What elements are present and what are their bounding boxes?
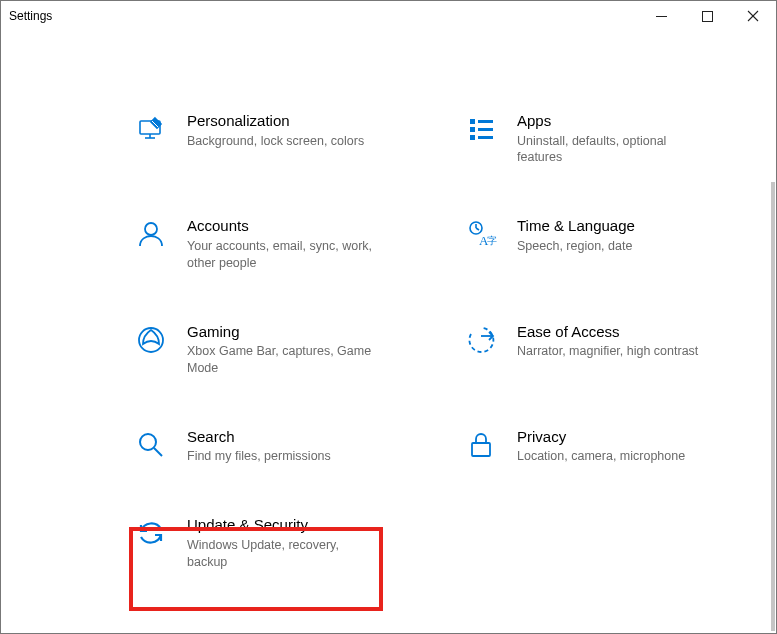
accounts-icon <box>135 218 167 250</box>
category-desc: Find my files, permissions <box>187 448 331 465</box>
settings-categories-grid: Personalization Background, lock screen,… <box>135 31 775 570</box>
category-title: Personalization <box>187 111 364 131</box>
svg-rect-23 <box>472 443 490 456</box>
category-title: Ease of Access <box>517 322 698 342</box>
maximize-button[interactable] <box>684 1 730 31</box>
minimize-button[interactable] <box>638 1 684 31</box>
ease-of-access-icon <box>465 324 497 356</box>
svg-rect-10 <box>470 127 475 132</box>
gaming-icon <box>135 324 167 356</box>
search-icon <box>135 429 167 461</box>
category-search[interactable]: Search Find my files, permissions <box>135 427 395 465</box>
category-title: Time & Language <box>517 216 635 236</box>
window-title: Settings <box>9 9 52 23</box>
category-update-security[interactable]: Update & Security Windows Update, recove… <box>135 515 395 570</box>
scrollbar[interactable] <box>771 182 775 631</box>
category-title: Update & Security <box>187 515 377 535</box>
settings-window: Settings <box>0 0 777 634</box>
category-title: Search <box>187 427 331 447</box>
category-desc: Background, lock screen, colors <box>187 133 364 150</box>
category-title: Apps <box>517 111 707 131</box>
category-personalization[interactable]: Personalization Background, lock screen,… <box>135 111 395 166</box>
apps-icon <box>465 113 497 145</box>
category-text: Apps Uninstall, defaults, optional featu… <box>517 111 707 166</box>
category-desc: Narrator, magnifier, high contrast <box>517 343 698 360</box>
category-desc: Xbox Game Bar, captures, Game Mode <box>187 343 377 377</box>
category-gaming[interactable]: Gaming Xbox Game Bar, captures, Game Mod… <box>135 322 395 377</box>
svg-point-14 <box>145 223 157 235</box>
titlebar: Settings <box>1 1 776 31</box>
category-ease-of-access[interactable]: Ease of Access Narrator, magnifier, high… <box>465 322 725 377</box>
svg-line-22 <box>154 448 162 456</box>
category-apps[interactable]: Apps Uninstall, defaults, optional featu… <box>465 111 725 166</box>
category-desc: Your accounts, email, sync, work, other … <box>187 238 377 272</box>
svg-rect-11 <box>478 128 493 131</box>
category-text: Time & Language Speech, region, date <box>517 216 635 254</box>
svg-text:字: 字 <box>487 235 497 246</box>
svg-rect-8 <box>470 119 475 124</box>
category-privacy[interactable]: Privacy Location, camera, microphone <box>465 427 725 465</box>
update-security-icon <box>135 517 167 549</box>
privacy-icon <box>465 429 497 461</box>
time-language-icon: A 字 <box>465 218 497 250</box>
category-title: Accounts <box>187 216 377 236</box>
svg-line-17 <box>476 228 479 230</box>
category-text: Privacy Location, camera, microphone <box>517 427 685 465</box>
svg-rect-9 <box>478 120 493 123</box>
category-accounts[interactable]: Accounts Your accounts, email, sync, wor… <box>135 216 395 271</box>
category-text: Search Find my files, permissions <box>187 427 331 465</box>
svg-rect-13 <box>478 136 493 139</box>
close-button[interactable] <box>730 1 776 31</box>
svg-rect-1 <box>702 11 712 21</box>
category-title: Gaming <box>187 322 377 342</box>
personalization-icon <box>135 113 167 145</box>
category-desc: Uninstall, defaults, optional features <box>517 133 707 167</box>
category-desc: Windows Update, recovery, backup <box>187 537 377 571</box>
category-text: Ease of Access Narrator, magnifier, high… <box>517 322 698 360</box>
category-desc: Speech, region, date <box>517 238 635 255</box>
titlebar-controls <box>638 1 776 31</box>
svg-rect-12 <box>470 135 475 140</box>
category-time-language[interactable]: A 字 Time & Language Speech, region, date <box>465 216 725 271</box>
svg-point-21 <box>140 434 156 450</box>
category-text: Gaming Xbox Game Bar, captures, Game Mod… <box>187 322 377 377</box>
category-text: Accounts Your accounts, email, sync, wor… <box>187 216 377 271</box>
category-title: Privacy <box>517 427 685 447</box>
category-text: Update & Security Windows Update, recove… <box>187 515 377 570</box>
category-text: Personalization Background, lock screen,… <box>187 111 364 149</box>
category-desc: Location, camera, microphone <box>517 448 685 465</box>
